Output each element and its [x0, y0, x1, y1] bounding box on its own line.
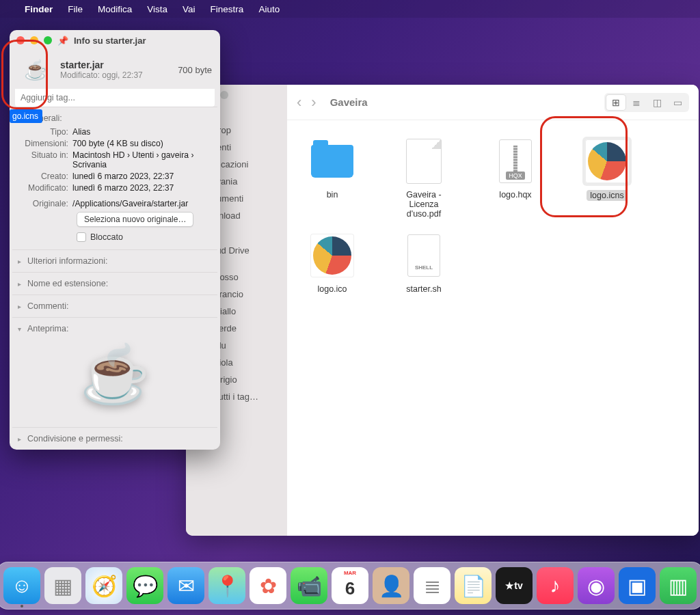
finder-main: ‹ › Gaveira ⊞ ≣ ◫ ▭ bin Gaveira - Licenz…: [287, 85, 699, 536]
archive-icon: HQX: [499, 139, 532, 183]
view-gallery[interactable]: ▭: [668, 95, 687, 110]
folder-icon: [311, 145, 353, 178]
drag-label: go.icns: [10, 109, 42, 123]
menu-window[interactable]: Finestra: [211, 4, 244, 14]
file-label: Gaveira - Licenza d'uso.pdf: [392, 190, 455, 219]
ico-icon: [313, 236, 351, 275]
view-list[interactable]: ≣: [627, 95, 646, 110]
section-toggle-general[interactable]: ▾Generali:: [18, 111, 212, 126]
file-item[interactable]: bin: [301, 137, 364, 219]
file-item-selected[interactable]: logo.icns: [576, 137, 638, 219]
zoom-button[interactable]: [220, 91, 228, 99]
file-label: starter.sh: [392, 284, 455, 294]
jar-icon: ☕: [24, 59, 48, 81]
section-toggle-more[interactable]: ▸Ulteriori informazioni:: [18, 254, 212, 269]
dock-app-finder[interactable]: ☺: [3, 567, 40, 604]
finder-toolbar: ‹ › Gaveira ⊞ ≣ ◫ ▭: [287, 85, 699, 120]
file-label: logo.hqx: [484, 190, 547, 200]
app-menu[interactable]: Finder: [25, 4, 53, 14]
dock-app-podcasts[interactable]: ◉: [578, 567, 615, 604]
view-switcher: ⊞ ≣ ◫ ▭: [604, 93, 689, 112]
file-label: logo.ico: [301, 284, 364, 294]
finder-window: riti AirDrop Recenti Applicazioni Scriva…: [186, 85, 699, 536]
section-toggle-sharing[interactable]: ▸Condivisione e permessi:: [18, 431, 212, 446]
dock-app-calendar[interactable]: MAR6: [332, 567, 368, 604]
info-modified-short: Modificato: oggi, 22:37: [60, 70, 143, 80]
dock-app-tv[interactable]: ★tv: [496, 567, 533, 604]
file-label: logo.icns: [587, 190, 627, 201]
menu-view[interactable]: Vista: [147, 4, 167, 14]
menu-edit[interactable]: Modifica: [98, 4, 132, 14]
icns-icon: [588, 142, 626, 180]
location-title: Gaveira: [330, 96, 368, 108]
dock-app-photos[interactable]: ✿: [250, 567, 286, 604]
window-controls: [16, 36, 52, 44]
menu-file[interactable]: File: [68, 4, 83, 14]
info-original: /Applications/Gaveira/starter.jar: [72, 199, 212, 208]
file-item[interactable]: Gaveira - Licenza d'uso.pdf: [392, 137, 455, 219]
locked-label: Bloccato: [90, 232, 123, 242]
dock-app-facetime[interactable]: 📹: [291, 567, 327, 604]
file-item[interactable]: SHELL starter.sh: [392, 231, 455, 294]
dock: ☺▦🧭💬✉📍✿📹MAR6👤≣📄★tv♪◉▣▥: [0, 562, 700, 610]
close-button[interactable]: [16, 36, 25, 44]
info-panel: 📌 Info su starter.jar ☕ starter.jar Modi…: [10, 30, 220, 450]
info-kind: Alias: [72, 127, 212, 137]
section-toggle-preview[interactable]: ▾Anteprima:: [18, 321, 212, 336]
view-icons[interactable]: ⊞: [606, 95, 625, 110]
dock-app-messages[interactable]: 💬: [126, 567, 163, 604]
tag-field[interactable]: [15, 89, 215, 107]
zoom-button[interactable]: [44, 36, 52, 44]
info-title: Info su starter.jar: [74, 36, 146, 46]
forward-button[interactable]: ›: [311, 94, 316, 111]
dock-app-mail[interactable]: ✉: [167, 567, 204, 604]
menu-help[interactable]: Aiuto: [258, 4, 280, 14]
preview-icon: ☕: [80, 342, 150, 407]
dock-app-safari[interactable]: 🧭: [85, 567, 122, 604]
pdf-icon: [406, 139, 442, 184]
info-size: 700 byte: [178, 65, 212, 75]
shell-icon: SHELL: [407, 234, 440, 277]
pin-icon: 📌: [57, 36, 68, 46]
info-header: ☕ starter.jar Modificato: oggi, 22:37 70…: [10, 51, 220, 86]
section-general: ▾Generali: Tipo:Alias Dimensioni:700 byt…: [10, 107, 220, 249]
file-thumb[interactable]: ☕: [16, 55, 55, 85]
select-original-button[interactable]: Seleziona nuovo originale…: [77, 212, 193, 227]
section-toggle-name[interactable]: ▸Nome ed estensione:: [18, 276, 212, 291]
file-label: bin: [301, 190, 364, 200]
view-columns[interactable]: ◫: [647, 95, 667, 110]
info-titlebar: 📌 Info su starter.jar: [10, 30, 220, 51]
dock-app-reminders[interactable]: ≣: [414, 567, 450, 604]
info-modified: lunedì 6 marzo 2023, 22:37: [72, 183, 212, 193]
locked-checkbox[interactable]: [77, 232, 86, 242]
info-created: lunedì 6 marzo 2023, 22:37: [72, 172, 212, 181]
dock-app-music[interactable]: ♪: [537, 567, 574, 604]
file-grid: bin Gaveira - Licenza d'uso.pdf HQX logo…: [287, 120, 699, 310]
info-size-detail: 700 byte (4 KB su disco): [72, 139, 212, 148]
info-file-name: starter.jar: [60, 59, 143, 70]
file-item[interactable]: HQX logo.hqx: [484, 137, 547, 219]
dock-app-contacts[interactable]: 👤: [373, 567, 409, 604]
dock-app-keynote[interactable]: ▣: [619, 567, 656, 604]
menu-go[interactable]: Vai: [183, 4, 196, 14]
dock-app-numbers[interactable]: ▥: [660, 567, 697, 604]
dock-app-launchpad[interactable]: ▦: [44, 567, 81, 604]
menu-bar: Finder File Modifica Vista Vai Finestra …: [0, 0, 700, 18]
file-item[interactable]: logo.ico: [301, 231, 364, 294]
section-toggle-comments[interactable]: ▸Commenti:: [18, 299, 212, 314]
locked-row[interactable]: Bloccato: [18, 231, 212, 246]
dock-app-maps[interactable]: 📍: [208, 567, 245, 604]
info-where: Macintosh HD › Utenti › gaveira › Scriva…: [72, 150, 212, 169]
tag-input[interactable]: [15, 89, 215, 107]
dock-app-notes[interactable]: 📄: [455, 567, 492, 604]
minimize-button[interactable]: [30, 36, 38, 44]
preview-area: ☕: [18, 336, 212, 424]
back-button[interactable]: ‹: [297, 94, 301, 111]
